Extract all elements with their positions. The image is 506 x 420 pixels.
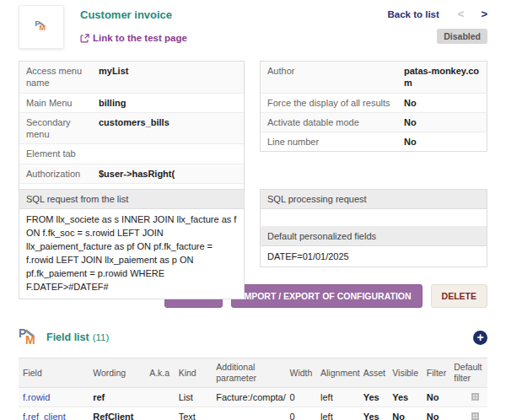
nav-block: Back to list < > Disabled [387,5,487,49]
property-value [92,144,105,163]
field-list-header: PM Field list (11) + [19,328,487,347]
col-default-filter: Default filter [449,358,487,388]
property-label: Authorization [19,164,92,183]
property-row: Activate datable mode No [261,113,487,132]
header: PM Customer invoice Link to the test pag… [19,5,487,49]
col-width: Width [286,358,317,388]
property-row: Authorization $user->hasRight( [19,164,244,184]
col-additional-parameter: Additional parameter [212,358,285,388]
field-link[interactable]: f.rowid [23,392,50,402]
property-label: Author [261,62,397,93]
alignment-cell: left [316,407,359,420]
property-row: Secondary menu customers_bills [19,113,244,145]
back-to-list-link[interactable]: Back to list [387,9,439,19]
col-wording: Wording [89,358,145,388]
kind-cell: List [175,388,213,407]
property-label: Element tab [19,144,92,163]
patas-monkey-logo-icon: PM [19,328,40,347]
col-aka: A.k.a [145,358,174,388]
width-cell: 0 [286,407,317,420]
property-row: Main Menu billing [19,94,244,113]
width-cell: 0 [286,388,317,407]
col-visible: Visible [388,358,423,388]
plus-circle-icon[interactable]: + [473,331,487,345]
property-label: Activate datable mode [261,113,397,132]
aka-cell [145,388,174,407]
module-card-page: PM Customer invoice Link to the test pag… [0,5,506,420]
aka-cell [145,407,174,420]
grid-icon[interactable] [471,393,479,401]
properties-area: Access menu name myList Main Menu billin… [19,61,487,266]
col-field: Field [19,358,89,388]
property-value: patas-monkey.com [397,62,487,93]
filter-cell: No [423,388,449,407]
col-filter: Filter [423,358,449,388]
field-list-table: Field Wording A.k.a Kind Additional para… [19,358,487,420]
table-row: f.ref_client RefClient Text 0 left Yes N… [19,407,487,420]
sql-processing-value [261,209,487,227]
sql-processing-block: SQL processing request Default personali… [260,189,487,267]
property-value: billing [92,94,132,112]
table-row: f.rowid ref List Facture:/compta/... 0 l… [19,388,487,407]
property-value: No [397,132,423,151]
wording-cell: RefClient [89,407,145,420]
property-label: Secondary menu [19,113,92,144]
property-row: Force the display of all results No [261,94,487,113]
property-row: Access menu name myList [19,62,244,94]
delete-button[interactable]: DELETE [431,284,487,308]
property-label: Main Menu [19,94,92,112]
sql-list-title: SQL request from the list [19,190,244,209]
status-badge: Disabled [437,29,487,44]
default-fields-value: DATEF=01/01/2025 [261,246,487,267]
alignment-cell: left [316,388,359,407]
additional-parameter-cell: Facture:/compta/... [212,388,285,407]
property-value: $user->hasRight( [92,164,181,183]
test-page-link[interactable]: Link to the test page [80,33,187,43]
col-kind: Kind [175,358,213,388]
sql-list-value: FROM llx_societe as s INNER JOIN llx_fac… [19,209,244,299]
grid-icon[interactable] [471,412,479,420]
property-value: myList [92,62,135,93]
field-list-header-row: Field Wording A.k.a Kind Additional para… [19,358,487,388]
sql-list-block: SQL request from the list FROM llx_socie… [19,189,245,299]
sql-processing-title: SQL processing request [261,190,487,209]
asset-cell: Yes [359,388,388,407]
test-page-link-label: Link to the test page [93,33,187,43]
col-asset: Asset [359,358,388,388]
property-label: Force the display of all results [261,94,397,112]
property-row: Author patas-monkey.com [261,62,487,94]
property-label: Line number [261,132,397,151]
external-link-icon [80,34,89,43]
properties-table-right: Author patas-monkey.com Force the displa… [260,61,487,152]
kind-cell: Text [175,407,213,420]
asset-cell: Yes [359,407,388,420]
field-list-count: (11) [93,332,110,342]
import-export-button[interactable]: IMPORT / EXPORT OF CONFIGURATION [231,284,423,308]
title-block: Customer invoice Link to the test page [80,5,387,49]
patas-monkey-logo-icon: PM [35,21,48,33]
visible-cell: Yes [388,388,423,407]
field-list-title: Field list [46,331,89,343]
col-alignment: Alignment [316,358,359,388]
field-link[interactable]: f.ref_client [23,412,66,420]
visible-cell: No [388,407,423,420]
chevron-left-icon[interactable]: < [458,8,465,19]
property-value: customers_bills [92,113,176,144]
module-thumbnail[interactable]: PM [19,5,64,49]
wording-cell: ref [89,388,145,407]
additional-parameter-cell [212,407,285,420]
property-row: Line number No [261,132,487,151]
chevron-right-icon[interactable]: > [481,8,487,19]
default-fields-title: Default personalized fields [261,227,487,246]
property-label: Access menu name [19,62,92,93]
page-title: Customer invoice [80,8,387,21]
property-value: No [397,94,423,112]
property-value: No [397,113,423,132]
filter-cell: No [423,407,449,420]
property-row: Element tab [19,144,244,164]
